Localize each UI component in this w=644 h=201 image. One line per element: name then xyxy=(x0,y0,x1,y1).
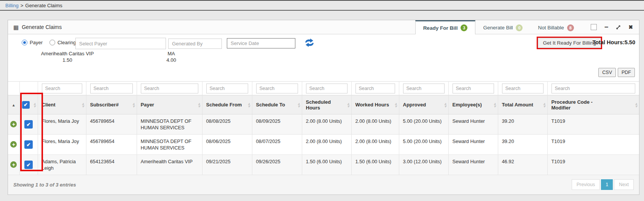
next-page-button[interactable]: Next xyxy=(614,179,634,190)
sort-asc-icon: ▲ xyxy=(12,103,16,107)
cell-worked-hours: 2.00 (8.00 Units) xyxy=(351,114,399,135)
checkbox-cell: ✔ xyxy=(19,155,38,175)
pdf-export-button[interactable]: PDF xyxy=(618,68,635,77)
cell-total-amount: 39.20 xyxy=(498,114,547,135)
payer-stat-amerihealth: Amerihealth Caritas VIP 1.50 xyxy=(37,50,98,63)
cell-schedule-from: 08/06/2025 xyxy=(202,135,252,155)
search-employees-input[interactable] xyxy=(453,84,494,93)
row-checkbox[interactable]: ✔ xyxy=(24,161,33,169)
cell-approved: 5.00 (20.00 Units) xyxy=(399,135,448,155)
checkbox-cell: ✔ xyxy=(19,135,38,155)
col-label: Scheduled Hours xyxy=(306,99,331,111)
search-client-input[interactable] xyxy=(42,84,82,93)
search-total-amount-input[interactable] xyxy=(502,84,544,93)
panel-header-right: Ready For Bill 3 Generate Bill 0 Not Bil… xyxy=(415,20,639,34)
col-label: Schedule From xyxy=(206,102,242,108)
column-search-row xyxy=(8,82,639,95)
col-header-schedule-to[interactable]: Schedule To▴▾ xyxy=(252,95,302,114)
sort-icons: ▴▾ xyxy=(494,102,496,108)
search-payer-input[interactable] xyxy=(141,84,198,93)
tab-not-billable[interactable]: Not Billable 8 xyxy=(530,20,581,34)
close-icon[interactable]: ✖ xyxy=(628,24,633,30)
page-1-button[interactable]: 1 xyxy=(601,179,613,190)
cell-employees: Seward Hunter xyxy=(448,135,498,155)
cell-worked-hours: 2.00 (8.00 Units) xyxy=(351,135,399,155)
tab-ready-for-bill[interactable]: Ready For Bill 3 xyxy=(415,20,476,34)
search-schedule-from-input[interactable] xyxy=(206,84,248,93)
expand-row-icon[interactable]: + xyxy=(10,121,17,127)
sort-icons: ▴▾ xyxy=(132,102,134,108)
search-schedule-to-input[interactable] xyxy=(256,84,298,93)
search-worked-hours-input[interactable] xyxy=(355,84,395,93)
tab-count-badge: 0 xyxy=(516,24,523,31)
col-header-expand[interactable]: ▲ xyxy=(8,95,19,114)
sort-icons: ▴▾ xyxy=(82,102,84,108)
stat-value: 1.50 xyxy=(37,57,98,63)
tab-generate-bill[interactable]: Generate Bill 0 xyxy=(475,20,530,34)
tab-label: Generate Bill xyxy=(483,25,513,31)
cell-procedure-code: T1019 xyxy=(547,114,639,135)
search-procedure-code-input[interactable] xyxy=(552,84,636,93)
sort-icons: ▴▾ xyxy=(444,102,446,108)
claims-table: ▲ ✔ ▴▾ Client▴▾ Subscriber#▴▾ Payer▴▾ Sc… xyxy=(8,81,639,175)
stat-label: Amerihealth Caritas VIP xyxy=(37,50,98,57)
expand-row-icon[interactable]: + xyxy=(10,141,17,148)
col-header-client[interactable]: Client▴▾ xyxy=(38,95,86,114)
panel-checkbox-control[interactable] xyxy=(591,24,597,30)
select-all-checkbox[interactable]: ✔ xyxy=(22,101,30,109)
col-label: Client xyxy=(42,102,56,108)
col-header-procedure-code[interactable]: Procedure Code - Modifier▴▾ xyxy=(547,95,639,114)
screen: Billing > Generate Claims ▦ Generate Cla… xyxy=(0,0,644,201)
payer-radio[interactable] xyxy=(22,40,27,45)
minimize-icon[interactable]: − xyxy=(604,24,609,31)
generated-by-input[interactable] xyxy=(168,39,222,49)
table-header-row: ▲ ✔ ▴▾ Client▴▾ Subscriber#▴▾ Payer▴▾ Sc… xyxy=(8,95,639,114)
search-cell-empty xyxy=(19,82,38,95)
search-subscriber-input[interactable] xyxy=(90,84,133,93)
col-header-worked-hours[interactable]: Worked Hours▴▾ xyxy=(351,95,399,114)
breadcrumb-separator: > xyxy=(21,3,24,8)
tab-count-badge: 8 xyxy=(567,24,574,31)
clearing-house-radio[interactable] xyxy=(49,40,55,45)
get-it-ready-for-billing-button[interactable]: Get It Ready For Billing xyxy=(538,38,601,48)
showing-entries-label: Showing 1 to 3 of 3 entries xyxy=(13,182,76,188)
col-header-subscriber[interactable]: Subscriber#▴▾ xyxy=(86,95,137,114)
expand-window-icon[interactable] xyxy=(616,25,621,30)
select-payer-input[interactable] xyxy=(75,38,166,49)
panel-title-area: ▦ Generate Claims xyxy=(8,20,62,34)
refresh-icon[interactable] xyxy=(304,38,315,48)
search-scheduled-hours-input[interactable] xyxy=(306,84,348,93)
breadcrumb-current: Generate Claims xyxy=(25,3,62,8)
col-header-total-amount[interactable]: Total Amount▴▾ xyxy=(498,95,547,114)
col-header-payer[interactable]: Payer▴▾ xyxy=(137,95,202,114)
service-date-input[interactable] xyxy=(227,38,295,48)
breadcrumb-billing-link[interactable]: Billing xyxy=(5,3,19,8)
generate-claims-panel: ▦ Generate Claims Ready For Bill 3 Gener… xyxy=(8,20,639,195)
search-cell-empty xyxy=(8,82,19,95)
col-header-approved[interactable]: Approved▴▾ xyxy=(399,95,448,114)
cell-schedule-to: 08/07/2025 xyxy=(252,135,302,155)
row-checkbox[interactable]: ✔ xyxy=(24,140,33,149)
sort-icons: ▴▾ xyxy=(248,102,250,108)
stat-label: MA xyxy=(157,50,185,57)
col-header-schedule-from[interactable]: Schedule From▴▾ xyxy=(202,95,252,114)
col-header-scheduled-hours[interactable]: Scheduled Hours▴▾ xyxy=(302,95,351,114)
cell-payer: Amerihealth Caritas VIP xyxy=(137,155,202,175)
search-approved-input[interactable] xyxy=(403,84,445,93)
previous-page-button[interactable]: Previous xyxy=(572,179,600,190)
expand-row-icon[interactable]: + xyxy=(10,161,17,168)
row-checkbox[interactable]: ✔ xyxy=(24,120,33,129)
csv-export-button[interactable]: CSV xyxy=(598,68,616,77)
cell-scheduled-hours: 1.50 (6.00 Units) xyxy=(302,155,351,175)
col-header-select-all[interactable]: ✔ ▴▾ xyxy=(19,95,38,114)
cell-schedule-from: 09/21/2025 xyxy=(202,155,252,175)
sort-icons: ▴▾ xyxy=(635,102,637,108)
expand-cell: + xyxy=(8,114,19,135)
cell-schedule-to: 09/26/2025 xyxy=(252,155,302,175)
cell-client: Adams, Patricia Leigh xyxy=(38,155,86,175)
cell-procedure-code: T1019 xyxy=(547,135,639,155)
col-header-employees[interactable]: Employee(s)▴▾ xyxy=(448,95,498,114)
cell-total-amount: 46.92 xyxy=(498,155,547,175)
col-label: Approved xyxy=(403,102,426,108)
cell-procedure-code: T1019 xyxy=(547,155,639,175)
